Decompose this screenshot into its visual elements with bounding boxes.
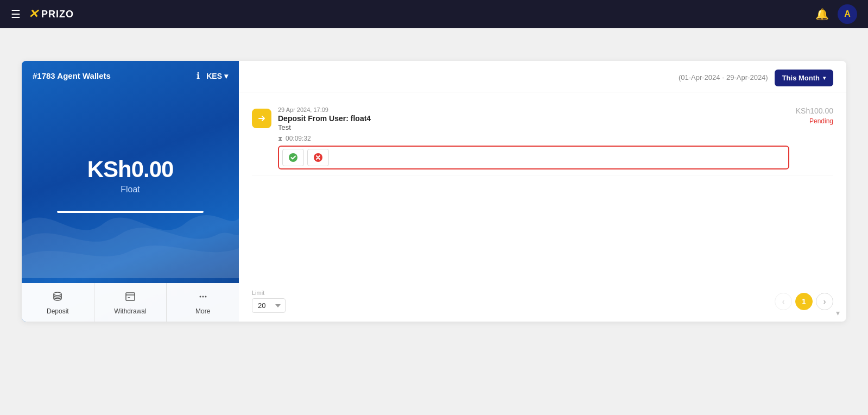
- deposit-button[interactable]: Deposit: [22, 283, 94, 322]
- main-wrapper: #1783 Agent Wallets ℹ KES ▾ KSh0.00 Floa…: [22, 61, 846, 322]
- pagination: ‹ 1 ›: [775, 293, 833, 310]
- limit-select[interactable]: 10 20 50 100: [252, 298, 286, 313]
- topnav-right: 🔔 A: [815, 4, 857, 24]
- wallet-amount: KSh0.00: [87, 156, 174, 183]
- wallet-balance-section: KSh0.00 Float: [22, 86, 239, 283]
- wallet-header: #1783 Agent Wallets ℹ KES ▾: [22, 61, 239, 86]
- logo: ✕ PRIZO: [28, 7, 74, 21]
- deposit-label: Deposit: [47, 307, 69, 315]
- transaction-timer: ⧗ 00:09:32: [278, 135, 789, 142]
- more-label: More: [195, 307, 210, 315]
- more-icon: [197, 291, 209, 305]
- wallet-actions: Deposit Withdrawal: [22, 283, 239, 322]
- currency-selector[interactable]: KES ▾: [206, 72, 228, 80]
- withdrawal-button[interactable]: Withdrawal: [94, 283, 167, 322]
- transaction-panel: (01-Apr-2024 - 29-Apr-2024) This Month ▾: [239, 61, 846, 322]
- svg-point-4: [199, 296, 201, 298]
- avatar[interactable]: A: [838, 4, 857, 24]
- wallet-progress-fill: [57, 211, 204, 213]
- pagination-prev-button[interactable]: ‹: [775, 293, 792, 310]
- topnav-left: ☰ ✕ PRIZO: [11, 7, 74, 21]
- currency-label: KES: [206, 72, 222, 80]
- currency-chevron-icon: ▾: [224, 72, 228, 80]
- transaction-timestamp: 29 Apr 2024, 17:09: [278, 106, 789, 113]
- date-range-text: (01-Apr-2024 - 29-Apr-2024): [679, 73, 768, 83]
- transaction-amount: KSh100.00: [796, 106, 833, 115]
- svg-point-6: [205, 296, 206, 298]
- transaction-title: Deposit From User: float4: [278, 114, 789, 123]
- hamburger-menu[interactable]: ☰: [11, 8, 21, 21]
- timer-value: 00:09:32: [286, 135, 311, 142]
- wallet-header-right: ℹ KES ▾: [197, 71, 228, 81]
- list-footer: Limit 10 20 50 100 ‹ 1: [239, 283, 846, 322]
- transaction-arrow-icon: [252, 109, 271, 128]
- transaction-action-buttons: [278, 146, 789, 169]
- this-month-label: This Month: [782, 74, 820, 82]
- pagination-page-1-button[interactable]: 1: [795, 293, 813, 310]
- wallet-panel: #1783 Agent Wallets ℹ KES ▾ KSh0.00 Floa…: [22, 61, 239, 322]
- limit-selector: Limit 10 20 50 100: [252, 290, 286, 313]
- withdrawal-icon: [124, 291, 136, 305]
- timer-icon: ⧗: [278, 135, 282, 142]
- page-1-label: 1: [802, 297, 806, 306]
- deposit-icon: [52, 291, 64, 305]
- next-icon: ›: [823, 297, 826, 306]
- info-icon[interactable]: ℹ: [197, 71, 200, 81]
- reject-button[interactable]: [307, 149, 329, 166]
- wallet-title: #1783 Agent Wallets: [33, 71, 111, 80]
- transaction-list: 29 Apr 2024, 17:09 Deposit From User: fl…: [239, 92, 846, 283]
- page-content: #1783 Agent Wallets ℹ KES ▾ KSh0.00 Floa…: [0, 28, 868, 415]
- main-container: #1783 Agent Wallets ℹ KES ▾ KSh0.00 Floa…: [22, 61, 846, 322]
- bell-icon[interactable]: 🔔: [815, 8, 829, 21]
- filter-bar: (01-Apr-2024 - 29-Apr-2024) This Month ▾: [239, 61, 846, 92]
- transaction-details: 29 Apr 2024, 17:09 Deposit From User: fl…: [278, 106, 789, 169]
- pagination-next-button[interactable]: ›: [816, 293, 833, 310]
- logo-text: PRIZO: [41, 9, 74, 20]
- transaction-status: Pending: [796, 117, 833, 125]
- prev-icon: ‹: [782, 297, 785, 306]
- transaction-subtitle: Test: [278, 123, 789, 131]
- collapse-icon[interactable]: ▾: [836, 309, 840, 317]
- logo-x-icon: ✕: [28, 7, 38, 21]
- approve-button[interactable]: [282, 149, 304, 166]
- wallet-float-label: Float: [121, 185, 140, 194]
- svg-point-5: [202, 296, 204, 298]
- wallet-progress-bar: [57, 211, 204, 213]
- svg-point-0: [54, 292, 61, 295]
- topnav: ☰ ✕ PRIZO 🔔 A: [0, 0, 868, 28]
- this-month-button[interactable]: This Month ▾: [775, 70, 833, 86]
- svg-point-7: [289, 153, 297, 162]
- this-month-chevron-icon: ▾: [823, 75, 826, 81]
- withdrawal-label: Withdrawal: [114, 307, 146, 315]
- more-button[interactable]: More: [167, 283, 239, 322]
- transaction-amount-section: KSh100.00 Pending: [796, 106, 833, 125]
- table-row: 29 Apr 2024, 17:09 Deposit From User: fl…: [252, 101, 833, 175]
- svg-rect-1: [126, 293, 135, 300]
- limit-label: Limit: [252, 290, 286, 296]
